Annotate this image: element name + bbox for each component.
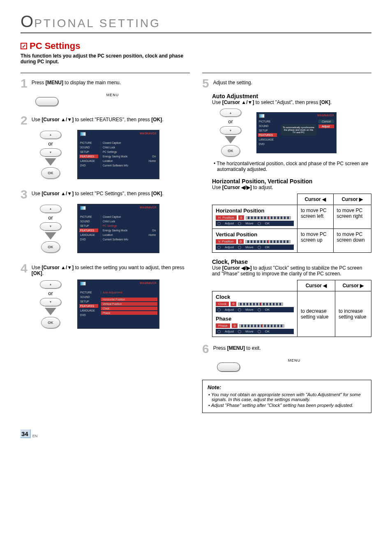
auto-adjust: Adjust — [318, 125, 334, 128]
chapter-rest: PTIONAL SETTING — [34, 17, 161, 30]
tv-logo-icon — [80, 132, 86, 136]
or-label: or — [48, 215, 53, 221]
auto-b1: [Cursor ▲/▼] — [222, 99, 254, 105]
remote-and-screen-4: ▲ or ▼ OK MAGNAVOX PICTURE SOUND SETUP F… — [32, 279, 190, 329]
p-osd: Phase0 AdjustMoveOK — [216, 323, 294, 334]
auto-head: Auto Adjustment — [212, 93, 371, 99]
step1-pre: Press — [32, 80, 46, 85]
s6-post: to exit. — [245, 345, 261, 351]
slider-icon — [246, 216, 291, 219]
dpad-up-icon: ▲ — [220, 108, 241, 117]
tv-main-list: Closed Caption Child Lock PC Settings En… — [100, 130, 159, 179]
dpad-icon — [238, 246, 241, 249]
step-4: 4 Use [Cursor ▲/▼] to select the setting… — [21, 262, 190, 276]
remote-and-screen-3: ▲ or ▼ OK MAGNAVOX PICTURE SOUND SETUP F… — [32, 204, 190, 253]
p-osd-zero: 0 — [232, 323, 238, 328]
cp-th-left: Cursor ◀ — [297, 280, 335, 291]
menu-label: MENU — [35, 93, 190, 97]
ok-icon — [258, 222, 261, 225]
h-osd-lbl: H. Position — [216, 215, 237, 220]
right-column: 5 Adjust the setting. Auto Adjustment Us… — [202, 73, 371, 413]
ok-icon — [258, 330, 261, 333]
tv-side-picture: PICTURE — [79, 141, 98, 145]
dpad-up-icon: ▲ — [40, 280, 61, 289]
c-osd-zero: 0 — [231, 302, 236, 306]
tv-brand: MAGNAVOX — [317, 114, 334, 117]
arrow-down-icon — [45, 308, 56, 315]
left-column: 1 Press [MENU] to display the main menu.… — [21, 73, 190, 413]
dpad-illustration: ▲ or ▼ OK — [32, 280, 69, 328]
s5-text: Adjust the setting. — [213, 77, 371, 85]
ok-button-icon: OK — [41, 167, 60, 179]
c-label: Clock — [216, 294, 294, 300]
osd-mv: Move — [245, 308, 254, 312]
m-cl: Child Lock — [103, 220, 115, 223]
tv-brand: MAGNAVOX — [140, 206, 157, 209]
step1-bold: [MENU] — [46, 80, 63, 85]
page-lang: EN — [32, 434, 38, 438]
tv-side-sound: SOUND — [79, 145, 98, 149]
p-label: Phase — [216, 316, 294, 322]
step-1: 1 Press [MENU] to display the main menu. — [21, 77, 190, 90]
tv-side-menu: PICTURE SOUND SETUP FEATURES LANGUAGE DV… — [78, 130, 100, 179]
dpad-icon — [217, 246, 221, 249]
ok-icon — [258, 308, 261, 312]
slider-icon — [238, 302, 283, 306]
tv-side-menu: PICTURE SOUND SETUP FEATURES LANGUAGE DV… — [256, 112, 279, 148]
divider — [202, 73, 371, 73]
step-5: 5 Adjust the setting. — [202, 77, 371, 90]
tv-side-dvd: DVD — [79, 164, 98, 167]
cp-pre: Use — [212, 265, 222, 271]
pc-v: Vertical Position — [103, 302, 122, 305]
tv-screenshot-pcsettings: MAGNAVOX PICTURE SOUND SETUP FEATURES LA… — [77, 204, 159, 253]
arrow-down-icon — [45, 158, 56, 166]
v-osd: V. Position0 AdjustMoveOK — [216, 239, 294, 250]
m-es: Energy Saving Mode — [103, 155, 127, 158]
step-number: 1 — [21, 77, 28, 90]
s2-b1: [Cursor ▲/▼] — [42, 117, 74, 122]
v-osd-lbl: V. Position — [216, 239, 236, 244]
osd-ok: OK — [265, 245, 270, 249]
hvpos-head: Horizontal Position, Vertical Position — [212, 178, 371, 185]
m-sw: Current Software Info — [103, 164, 128, 167]
tv-side-picture: PICTURE — [258, 120, 277, 123]
tv-screenshot-pcmenu: MAGNAVOX PICTURE SOUND SETUP FEATURES LA… — [77, 279, 159, 329]
tv-side-language: LANGUAGE — [79, 159, 98, 163]
pc-c: Clock — [103, 307, 109, 310]
step-number: 5 — [202, 77, 209, 90]
or-label: or — [48, 290, 53, 296]
h-right: to move PC screen right — [333, 205, 371, 229]
or-label: or — [228, 118, 233, 125]
cp-table: Cursor ◀ Cursor ▶ Clock Clock0 AdjustMov… — [212, 280, 371, 337]
s2-mid: to select "FEATURES", then press — [74, 117, 151, 122]
hv-table: Cursor ◀ Cursor ▶ Horizontal Position H.… — [212, 194, 371, 253]
s3-pre: Use — [32, 191, 42, 196]
tv-side-dvd: DVD — [79, 238, 98, 241]
page-num-value: 34 — [21, 429, 31, 438]
m-pc: PC Settings — [103, 224, 117, 227]
c-osd-lbl: Clock — [216, 302, 229, 306]
tv-side-picture: PICTURE — [79, 215, 98, 219]
cp-th-right: Cursor ▶ — [335, 280, 371, 291]
m-pc: PC Settings — [103, 150, 117, 153]
dpad-illustration: ▲ or ▼ OK — [212, 108, 249, 157]
hv-post: to adjust. — [252, 185, 273, 190]
h-label: Horizontal Position — [216, 208, 294, 214]
tv-side-setup: SETUP — [79, 150, 98, 154]
dpad-icon — [217, 222, 221, 225]
m-loc: Location — [103, 233, 113, 236]
v-label: Vertical Position — [216, 231, 294, 238]
s4-post: . — [42, 270, 44, 276]
h-left: to move PC screen left — [297, 205, 334, 229]
chapter-title: O PTIONAL SETTING — [21, 12, 371, 33]
step-number: 3 — [21, 188, 28, 201]
auto-box-options: Cancel Adjust — [318, 120, 334, 128]
arrow-down-icon — [225, 136, 236, 143]
ok-button-icon: OK — [41, 241, 60, 253]
note-box: Note: You may not obtain an appropriate … — [202, 380, 371, 413]
ok-button-icon: OK — [221, 145, 240, 157]
hv-pre: Use — [212, 185, 222, 190]
s4-b1: [Cursor ▲/▼] — [42, 265, 74, 270]
osd-ok: OK — [265, 222, 270, 225]
dpad-icon — [238, 222, 241, 225]
